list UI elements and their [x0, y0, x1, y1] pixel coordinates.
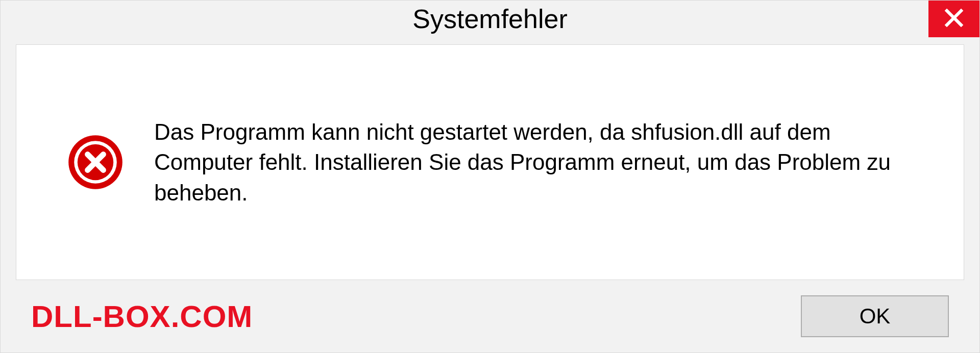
- message-box: Das Programm kann nicht gestartet werden…: [16, 44, 964, 280]
- error-icon: [67, 134, 124, 190]
- close-button[interactable]: [928, 1, 979, 37]
- content-area: Das Programm kann nicht gestartet werden…: [1, 44, 979, 352]
- watermark-text: DLL-BOX.COM: [31, 299, 253, 334]
- titlebar: Systemfehler: [1, 1, 979, 44]
- error-dialog: Systemfehler Das Programm kann nicht ges…: [0, 0, 980, 353]
- error-message: Das Programm kann nicht gestartet werden…: [154, 117, 933, 208]
- dialog-title: Systemfehler: [412, 4, 567, 34]
- close-icon: [943, 7, 965, 31]
- footer-row: DLL-BOX.COM OK: [16, 280, 964, 337]
- ok-button[interactable]: OK: [801, 295, 949, 337]
